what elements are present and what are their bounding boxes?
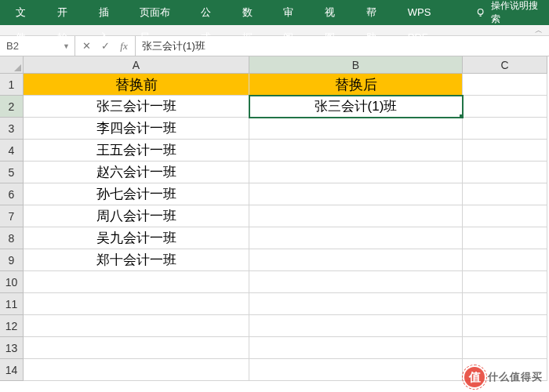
row-header[interactable]: 5 [0,162,24,183]
cell-B11[interactable] [249,293,463,315]
name-box[interactable]: B2 ▼ [0,36,75,56]
svg-point-0 [478,9,484,15]
watermark-text: 什么值得买 [488,370,543,384]
cell-C2[interactable] [463,96,547,118]
row-header[interactable]: 7 [0,205,24,227]
table-row: 12 [0,315,549,337]
row-header[interactable]: 4 [0,140,24,162]
cell-C12[interactable] [463,315,547,337]
cell-B13[interactable] [249,337,463,359]
table-row: 1替换前替换后 [0,74,549,96]
cell-B1[interactable]: 替换后 [249,74,463,96]
cell-C8[interactable] [463,227,547,249]
formula-value: 张三会计(1)班 [142,39,205,53]
row-header[interactable]: 13 [0,337,24,359]
ribbon-tab-review[interactable]: 审阅 [272,0,314,25]
cell-A9[interactable]: 郑十会计一班 [24,249,249,271]
table-row: 10 [0,271,549,293]
ribbon: 文件 开始 插入 页面布局 公式 数据 审阅 视图 帮助 WPS PDF 操作说… [0,0,549,25]
row-header[interactable]: 8 [0,227,24,249]
ribbon-tab-view[interactable]: 视图 [314,0,355,25]
ribbon-tab-help[interactable]: 帮助 [355,0,397,25]
cell-C5[interactable] [463,162,547,183]
watermark-badge-icon: 值 [464,367,485,387]
row-header[interactable]: 6 [0,183,24,205]
cell-B9[interactable] [249,249,463,271]
cell-B5[interactable] [249,162,463,183]
col-header-B[interactable]: B [249,56,463,74]
formula-bar: B2 ▼ ✕ ✓ fx 张三会计(1)班 [0,36,549,56]
cell-C10[interactable] [463,271,547,293]
table-row: 4王五会计一班 [0,140,549,162]
cell-C9[interactable] [463,249,547,271]
cell-A13[interactable] [24,337,249,359]
table-row: 5赵六会计一班 [0,162,549,183]
lightbulb-icon [475,7,485,18]
cell-A8[interactable]: 吴九会计一班 [24,227,249,249]
ribbon-tab-formula[interactable]: 公式 [190,0,231,25]
col-header-A[interactable]: A [24,56,249,74]
formula-input[interactable]: 张三会计(1)班 [136,36,549,56]
table-row: 11 [0,293,549,315]
cell-C6[interactable] [463,183,547,205]
chevron-up-icon[interactable]: ︿ [535,25,543,36]
cell-A1[interactable]: 替换前 [24,74,249,96]
cell-B3[interactable] [249,118,463,140]
cell-C13[interactable] [463,337,547,359]
cell-A14[interactable] [24,359,249,381]
row-header[interactable]: 1 [0,74,24,96]
watermark: 值 什么值得买 [464,367,543,387]
cell-C11[interactable] [463,293,547,315]
cell-B12[interactable] [249,315,463,337]
ribbon-tab-layout[interactable]: 页面布局 [129,0,190,25]
cell-A5[interactable]: 赵六会计一班 [24,162,249,183]
cell-A11[interactable] [24,293,249,315]
cell-B7[interactable] [249,205,463,227]
cell-A12[interactable] [24,315,249,337]
cell-A3[interactable]: 李四会计一班 [24,118,249,140]
cell-B6[interactable] [249,183,463,205]
cell-B4[interactable] [249,140,463,162]
cell-B10[interactable] [249,271,463,293]
name-box-value: B2 [6,40,19,52]
chevron-down-icon[interactable]: ▼ [63,42,70,50]
cell-B14[interactable] [249,359,463,381]
cancel-button[interactable]: ✕ [80,40,93,52]
row-header[interactable]: 3 [0,118,24,140]
row-header[interactable]: 14 [0,359,24,381]
fx-button[interactable]: fx [118,40,130,53]
cell-B2[interactable]: 张三会计(1)班 [249,96,463,118]
tell-me-search[interactable]: 操作说明搜索 [475,0,544,26]
row-header[interactable]: 2 [0,96,24,118]
confirm-button[interactable]: ✓ [99,40,111,52]
cell-A2[interactable]: 张三会计一班 [24,96,249,118]
cell-C4[interactable] [463,140,547,162]
table-row: 7周八会计一班 [0,205,549,227]
row-header[interactable]: 12 [0,315,24,337]
ribbon-tab-home[interactable]: 开始 [46,0,88,25]
ribbon-tab-data[interactable]: 数据 [231,0,273,25]
ribbon-tab-file[interactable]: 文件 [5,0,46,25]
cell-A4[interactable]: 王五会计一班 [24,140,249,162]
row-header[interactable]: 10 [0,271,24,293]
table-row: 8吴九会计一班 [0,227,549,249]
cell-A10[interactable] [24,271,249,293]
col-header-C[interactable]: C [463,56,547,74]
ribbon-tab-wpspdf[interactable]: WPS PDF [397,0,463,25]
table-row: 2张三会计一班张三会计(1)班 [0,96,549,118]
cell-A7[interactable]: 周八会计一班 [24,205,249,227]
cell-C1[interactable] [463,74,547,96]
table-row: 3李四会计一班 [0,118,549,140]
tell-me-label: 操作说明搜索 [491,0,544,26]
table-row: 9郑十会计一班 [0,249,549,271]
cell-C7[interactable] [463,205,547,227]
cell-C3[interactable] [463,118,547,140]
cell-A6[interactable]: 孙七会计一班 [24,183,249,205]
row-header[interactable]: 9 [0,249,24,271]
ribbon-tab-insert[interactable]: 插入 [88,0,129,25]
grid-rows: 1替换前替换后2张三会计一班张三会计(1)班3李四会计一班4王五会计一班5赵六会… [0,74,549,381]
cell-B8[interactable] [249,227,463,249]
row-header[interactable]: 11 [0,293,24,315]
select-all-corner[interactable] [0,56,24,74]
table-row: 13 [0,337,549,359]
